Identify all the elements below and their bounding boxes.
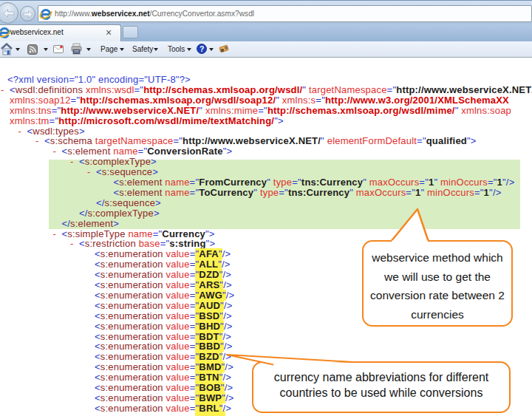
svg-text:?: ? [200, 44, 204, 53]
